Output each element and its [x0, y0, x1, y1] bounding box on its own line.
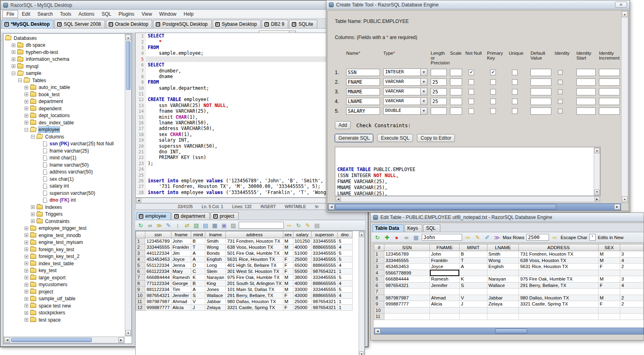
results-cell[interactable]: 999887777	[145, 305, 171, 311]
tree-item-book-test[interactable]: +book_test	[4, 91, 125, 98]
results-tab-project[interactable]: ×project	[211, 212, 239, 220]
generated-sql-preview[interactable]: ▲ ▼ CREATE TABLE PUBLIC.EMPLOYEE(SSN INT…	[335, 147, 601, 196]
edit-cell[interactable]: 3	[620, 251, 643, 258]
results-cell[interactable]: A	[191, 256, 205, 262]
tree-item-large-export[interactable]: +large_export	[4, 274, 125, 281]
edit-cell[interactable]	[430, 314, 460, 320]
tree-item-test-space[interactable]: +test space	[4, 316, 125, 324]
results-cell[interactable]: 101 Main St, Dallas TX	[226, 287, 283, 293]
column-name-input[interactable]	[346, 69, 380, 76]
edit-cell[interactable]: 291 Berry, Bellaire, TX	[519, 282, 599, 289]
identity-increment-input[interactable]	[599, 98, 620, 105]
tree-item-project[interactable]: +project	[4, 288, 125, 295]
results-cell[interactable]: 3321 Castle, Spring TX	[226, 305, 283, 311]
expand-icon[interactable]: +	[25, 100, 28, 103]
results-cell[interactable]: 987654321	[312, 268, 338, 275]
results-cell[interactable]: F	[283, 256, 293, 262]
results-cell[interactable]: 55000	[293, 268, 311, 275]
results-cell[interactable]: 4	[337, 262, 352, 268]
edit-cell[interactable]: 980 Dallas, Houston TX	[519, 295, 599, 301]
edit-cell[interactable]: 987987987	[384, 295, 429, 301]
expand-icon[interactable]: +	[25, 107, 28, 110]
scroll-left-icon[interactable]: ◀	[375, 328, 380, 334]
edit-cell[interactable]	[430, 307, 460, 314]
scroll-left-icon[interactable]: ◀	[4, 337, 10, 343]
unique-checkbox[interactable]	[512, 108, 518, 114]
default-value-input[interactable]	[530, 88, 551, 95]
close-tab-icon[interactable]: ×	[264, 22, 269, 27]
escape-char-input[interactable]	[589, 234, 596, 241]
copy-icon[interactable]: ▣	[220, 221, 228, 229]
edit-cell[interactable]: F	[598, 264, 620, 270]
results-cell[interactable]: 51000	[293, 250, 311, 256]
tree-item-index-test-table[interactable]: +index_test_table	[4, 260, 125, 267]
main-titlebar[interactable]: RazorSQL - MySQL Desktop	[1, 1, 367, 10]
results-cell[interactable]: 881122334	[145, 287, 171, 293]
scroll-left-icon[interactable]: ◀	[136, 198, 141, 202]
close-icon[interactable]: ✕	[615, 2, 627, 8]
column-name-input[interactable]	[346, 107, 380, 115]
results-cell[interactable]: A	[191, 287, 205, 293]
tree-item-auto-inc-table[interactable]: +auto_inc_table	[4, 84, 125, 91]
primary-key-checkbox[interactable]	[490, 89, 496, 95]
expand-icon[interactable]: +	[25, 283, 28, 287]
results-cell[interactable]: 333445555	[312, 238, 338, 244]
not-null-checkbox[interactable]: ✔	[469, 70, 474, 75]
tree-item-employee-trigger-test[interactable]: +employee_trigger_test	[4, 225, 125, 232]
results-column-header[interactable]: minit	[191, 231, 205, 238]
menu-edit[interactable]: Edit	[18, 10, 34, 18]
results-column-header[interactable]: sex	[283, 231, 293, 238]
identity-checkbox[interactable]	[558, 80, 563, 85]
menu-sql[interactable]: SQL	[98, 10, 115, 18]
results-cell[interactable]: 40000	[293, 244, 311, 250]
results-cell[interactable]: 25000	[293, 256, 311, 262]
edit-arrow-icon[interactable]: ✐	[483, 233, 491, 241]
edit-cell[interactable]: A	[459, 264, 487, 270]
edit-cell[interactable]: 2	[620, 264, 643, 270]
edit-cell[interactable]: 666884444	[384, 276, 429, 283]
results-cell[interactable]: M	[283, 250, 293, 256]
expand-icon[interactable]: +	[25, 93, 28, 96]
scroll-thumb[interactable]	[335, 204, 556, 210]
cell-editor[interactable]	[430, 270, 460, 276]
expand-icon[interactable]: +	[25, 241, 28, 244]
max-rows-input[interactable]	[526, 234, 549, 241]
identity-start-input[interactable]	[576, 107, 596, 115]
results-cell[interactable]: M	[283, 287, 293, 293]
scroll-up-icon[interactable]: ▲	[594, 148, 599, 153]
menu-file[interactable]: File	[2, 10, 18, 18]
results-cell[interactable]: Long	[205, 262, 226, 268]
edit-cell[interactable]: 975 Fire Oak, Humble TX	[519, 276, 599, 283]
expand-icon[interactable]: +	[31, 219, 35, 223]
length-precision-input[interactable]	[431, 78, 447, 86]
edit-cell[interactable]: V	[459, 295, 487, 301]
scale-input[interactable]	[450, 98, 462, 105]
connection-tab-oracle-desktop[interactable]: ×Oracle Desktop	[106, 20, 153, 28]
primary-key-checkbox[interactable]	[490, 108, 496, 114]
identity-checkbox[interactable]	[558, 99, 563, 104]
results-column-header[interactable]: dno	[337, 231, 352, 238]
edit-cell[interactable]: M	[598, 295, 620, 301]
scroll-left-icon[interactable]: ◀	[328, 204, 334, 210]
copy-to-editor-button[interactable]: Copy to Editor	[417, 134, 455, 142]
results-cell[interactable]: 731 Fondren, Houston TX	[226, 238, 283, 244]
results-column-header[interactable]: fname	[171, 231, 191, 238]
expand-icon[interactable]: +	[31, 205, 35, 209]
results-cell[interactable]: 4	[337, 244, 352, 250]
edit-cell[interactable]: 333445555	[384, 257, 429, 264]
edit-cell[interactable]	[598, 307, 620, 314]
tree-item-salary-int[interactable]: salary int	[4, 183, 125, 190]
identity-start-input[interactable]	[576, 98, 596, 105]
chevron-down-icon[interactable]: ▼	[420, 88, 427, 95]
results-cell[interactable]: J	[191, 305, 205, 311]
identity-start-input[interactable]	[576, 78, 596, 86]
results-cell[interactable]: 5	[337, 287, 352, 293]
window-horizontal-scrollbar[interactable]: ◀ ▶	[328, 203, 621, 211]
scroll-up-icon[interactable]: ▲	[126, 35, 131, 40]
results-cell[interactable]: Alicia	[171, 305, 191, 311]
scale-input[interactable]	[450, 78, 462, 86]
results-column-header[interactable]: superssn	[312, 231, 338, 238]
edit-cell[interactable]: English	[487, 264, 519, 270]
close-tab-icon[interactable]: ×	[215, 22, 220, 27]
length-precision-input[interactable]	[431, 98, 447, 105]
